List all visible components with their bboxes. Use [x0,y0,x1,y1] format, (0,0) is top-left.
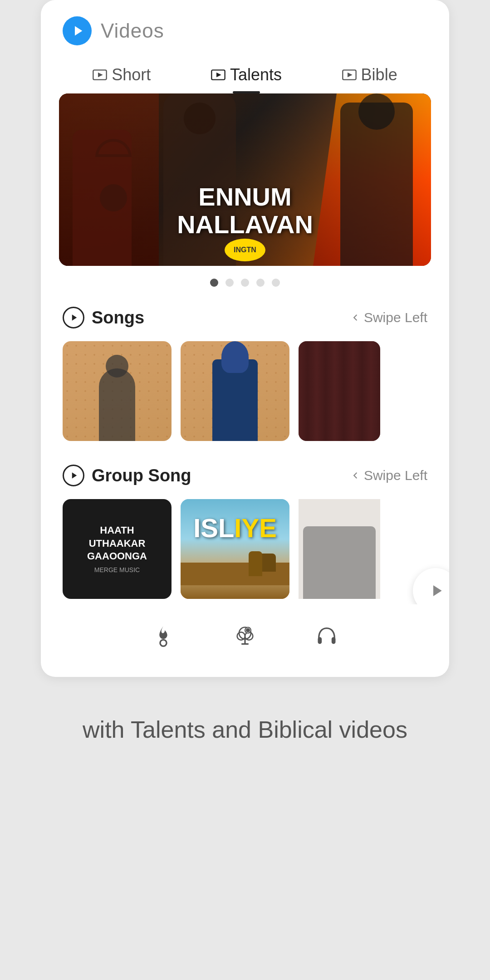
song-thumb-2[interactable] [181,341,289,441]
group-thumbnails: HAATH UTHAAKAR GAAOONGA MERGE MUSIC ISLI… [41,494,449,604]
videos-play-icon [63,16,92,45]
guitarist-head [358,93,395,130]
dot-2[interactable] [225,279,234,287]
headphones-icon[interactable] [313,622,340,650]
group-thumb-isliye[interactable]: ISLIYE [181,499,289,599]
haath-title: HAATH UTHAAKAR GAAOONGA MERGE MUSIC [70,519,164,578]
dot-4[interactable] [256,279,265,287]
group-song-section-header: Group Song Swipe Left [41,457,449,494]
svg-marker-4 [216,73,221,78]
fire-icon[interactable] [150,622,177,650]
tab-bar: Short Talents Bible [41,56,449,93]
banner-dots [41,266,449,299]
svg-point-12 [237,632,245,640]
svg-point-10 [161,641,166,646]
drummer-head [100,184,127,211]
brain-icon[interactable] [231,622,259,650]
dot-5[interactable] [272,279,280,287]
group-thumb-haath[interactable]: HAATH UTHAAKAR GAAOONGA MERGE MUSIC [63,499,172,599]
svg-marker-7 [72,314,77,321]
footer-text: with Talents and Biblical videos [28,713,462,746]
tab-short[interactable]: Short [93,56,151,93]
header: Videos [41,0,449,56]
svg-marker-6 [348,73,353,78]
header-title: Videos [101,20,164,42]
svg-marker-8 [72,472,77,479]
dot-3[interactable] [241,279,249,287]
songs-thumbnails [41,336,449,446]
group-play-icon [63,465,84,486]
girl-silhouette [212,359,258,441]
songs-title: Songs [92,308,144,328]
floating-play-button[interactable] [413,568,449,604]
song-thumb-3[interactable] [299,341,380,441]
svg-rect-16 [318,637,322,644]
svg-marker-2 [98,73,103,78]
group-thumb-people[interactable] [299,499,380,599]
banner-title: ENNUM NALLAVAN [177,183,313,239]
isliye-text: ISLIYE [181,513,289,543]
songs-play-icon [63,307,84,328]
banner[interactable]: ENNUM NALLAVAN INGTN [59,93,431,266]
singer-head [184,103,216,134]
bottom-icons-bar [41,604,449,659]
songs-title-group: Songs [63,307,144,328]
person-1 [99,368,135,441]
tab-bible[interactable]: Bible [342,56,397,93]
song-thumb-1[interactable] [63,341,172,441]
haath-sub: MERGE MUSIC [74,566,160,574]
songs-section-header: Songs Swipe Left [41,299,449,336]
svg-point-15 [246,629,250,632]
group-title-group: Group Song [63,465,191,486]
svg-marker-9 [433,585,442,596]
group-song-title: Group Song [92,466,191,485]
songs-swipe-left[interactable]: Swipe Left [350,310,427,325]
dot-1[interactable] [210,279,218,287]
group-swipe-left[interactable]: Swipe Left [350,468,427,483]
banner-logo: INGTN [225,239,265,261]
svg-marker-0 [75,26,82,36]
svg-rect-17 [332,637,336,644]
tab-talents[interactable]: Talents [211,56,282,93]
